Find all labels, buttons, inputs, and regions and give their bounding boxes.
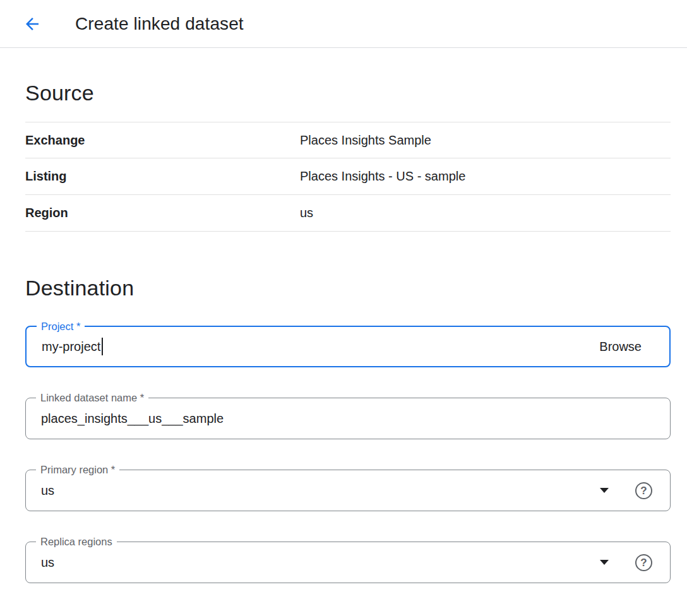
chevron-down-icon[interactable] <box>600 560 609 565</box>
table-row-listing: Listing Places Insights - US - sample <box>25 158 671 195</box>
help-circle-icon[interactable]: ? <box>635 554 652 571</box>
back-button[interactable] <box>22 14 42 34</box>
browse-button[interactable]: Browse <box>587 340 654 354</box>
replica-regions-select[interactable]: us <box>41 555 600 570</box>
primary-region-label: Primary region * <box>36 463 119 477</box>
main-content: Source Exchange Places Insights Sample L… <box>0 81 687 583</box>
replica-regions-value: us <box>41 555 54 570</box>
linked-dataset-name-value: places_insights___us___sample <box>41 412 224 426</box>
row-value: us <box>300 206 313 220</box>
table-row-exchange: Exchange Places Insights Sample <box>25 122 671 158</box>
replica-regions-field[interactable]: Replica regions us ? <box>25 542 671 583</box>
row-value: Places Insights - US - sample <box>300 169 465 184</box>
project-input[interactable]: my-project <box>42 338 587 355</box>
primary-region-select[interactable]: us <box>41 483 600 498</box>
linked-dataset-name-label: Linked dataset name * <box>36 391 148 405</box>
text-cursor <box>102 338 103 355</box>
help-circle-icon[interactable]: ? <box>635 482 652 499</box>
project-input-value: my-project <box>42 340 100 354</box>
destination-heading: Destination <box>25 276 671 300</box>
source-heading: Source <box>25 81 671 105</box>
project-field[interactable]: Project * my-project Browse <box>25 326 671 367</box>
primary-region-field[interactable]: Primary region * us ? <box>25 470 671 511</box>
arrow-back-icon <box>23 15 42 33</box>
source-table: Exchange Places Insights Sample Listing … <box>25 122 671 232</box>
primary-region-value: us <box>41 483 54 498</box>
linked-dataset-name-input[interactable]: places_insights___us___sample <box>41 412 655 426</box>
row-label: Region <box>25 206 300 220</box>
row-label: Listing <box>25 169 300 184</box>
page-title: Create linked dataset <box>75 14 244 34</box>
replica-regions-label: Replica regions <box>36 535 117 548</box>
project-field-label: Project * <box>37 319 85 333</box>
header: Create linked dataset <box>0 0 687 48</box>
table-row-region: Region us <box>25 195 671 232</box>
row-label: Exchange <box>25 133 300 148</box>
row-value: Places Insights Sample <box>300 133 431 148</box>
linked-dataset-name-field[interactable]: Linked dataset name * places_insights___… <box>25 398 671 439</box>
chevron-down-icon[interactable] <box>600 488 609 493</box>
